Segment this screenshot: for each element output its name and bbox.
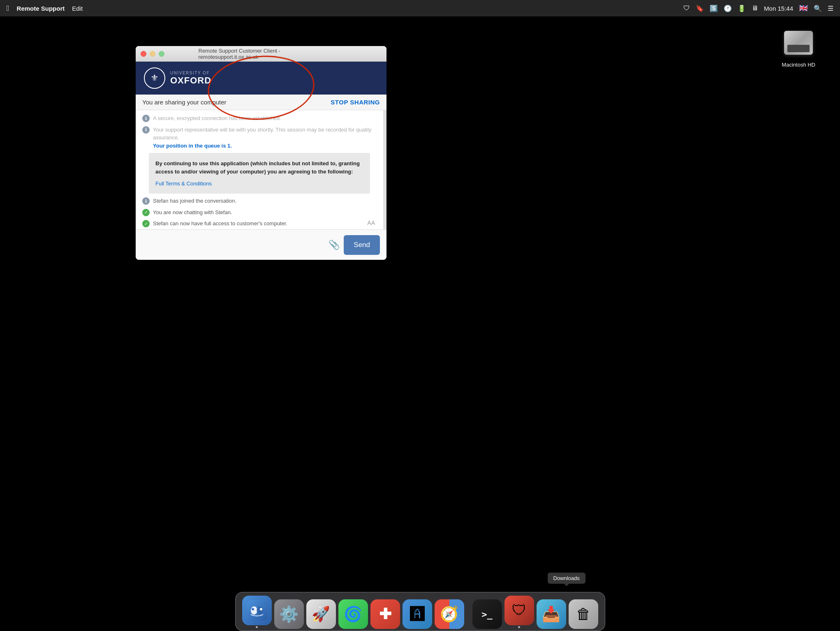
dock-item-system-prefs[interactable]: ⚙️ [274, 599, 304, 629]
five-icon: 5️⃣ [710, 5, 718, 12]
clock-icon: 🕐 [724, 5, 732, 12]
svg-point-2 [257, 606, 263, 615]
clock-display: Mon 15:44 [764, 5, 793, 12]
minimize-button[interactable] [150, 51, 155, 57]
university-of-label: UNIVERSITY OF [170, 71, 211, 75]
check-icon-1: ✓ [142, 209, 150, 216]
window-title: Remote Support Customer Client - remotes… [199, 48, 324, 60]
dock-item-trash[interactable]: 🗑 [569, 599, 598, 629]
terms-text: By continuing to use this application (w… [155, 159, 363, 176]
oxford-logo: ⚜ UNIVERSITY OF OXFORD [144, 67, 211, 89]
appstore-icon: 🅰 [403, 599, 432, 629]
message-text-2: Your support representative will be with… [153, 126, 377, 150]
message-text-5: Stefan can now have full access to custo… [153, 220, 377, 228]
dock-item-greensnap[interactable]: 🌀 [338, 599, 368, 629]
hd-drive-image [782, 26, 815, 59]
menubar-right: 🛡 🔖 5️⃣ 🕐 🔋 🖥 Mon 15:44 🇬🇧 🔍 ☰ [683, 4, 833, 13]
sharing-status-text: You are sharing your computer [142, 99, 227, 106]
font-size-label: AA [367, 220, 375, 226]
remote-desktop-dot [518, 626, 520, 628]
message-representative: ℹ Your support representative will be wi… [142, 126, 377, 150]
dock-item-safari[interactable]: 🧭 [435, 599, 464, 629]
message-text-1: A secure, encrypted connection has been … [153, 114, 377, 123]
downloads-folder-icon: 📥 [537, 599, 566, 629]
message-text-4: You are now chatting with Stefan. [153, 208, 377, 217]
font-size-control[interactable]: AA [367, 220, 375, 226]
shield-icon: 🛡 [683, 5, 690, 12]
dock-item-crossover[interactable]: ✚ [370, 599, 400, 629]
app-name[interactable]: Remote Support [17, 5, 65, 12]
traffic-lights [141, 51, 164, 57]
remote-support-window: Remote Support Customer Client - remotes… [136, 46, 386, 260]
info-icon-3: ℹ [142, 197, 150, 205]
launchpad-icon: 🚀 [306, 599, 336, 629]
message-chatting-stefan: ✓ You are now chatting with Stefan. [142, 208, 377, 217]
dock-item-remote-desktop[interactable]: 🛡 [504, 596, 534, 629]
system-prefs-icon: ⚙️ [274, 599, 304, 629]
hd-drive-visual [784, 31, 813, 55]
svg-point-3 [252, 608, 254, 610]
terms-box: By continuing to use this application (w… [149, 153, 370, 194]
info-icon-2: ℹ [142, 126, 150, 134]
sharing-bar: You are sharing your computer STOP SHARI… [136, 95, 386, 110]
edit-menu[interactable]: Edit [72, 5, 83, 12]
queue-position-text: Your position in the queue is 1. [153, 143, 232, 149]
dock-item-downloads[interactable]: 📥 [537, 599, 566, 629]
check-icon-2: ✓ [142, 220, 150, 227]
dock-item-terminal[interactable]: >_ [472, 599, 502, 629]
message-input[interactable] [142, 236, 324, 254]
monitor-icon: 🖥 [752, 5, 758, 12]
flag-icon: 🇬🇧 [799, 4, 808, 13]
safari-icon: 🧭 [435, 599, 464, 629]
search-icon[interactable]: 🔍 [814, 5, 822, 12]
window-titlebar: Remote Support Customer Client - remotes… [136, 46, 386, 62]
chat-area[interactable]: ℹ A secure, encrypted connection has bee… [136, 110, 386, 229]
menubar-left:  Remote Support Edit [7, 4, 83, 13]
hd-label: Macintosh HD [782, 62, 815, 68]
oxford-text-block: UNIVERSITY OF OXFORD [170, 71, 211, 86]
svg-point-4 [260, 608, 262, 610]
input-area: 📎 Send [136, 229, 386, 260]
fullscreen-button[interactable] [159, 51, 164, 57]
bookmark-icon: 🔖 [696, 5, 704, 12]
oxford-crest-icon: ⚜ [144, 67, 165, 89]
crossover-icon: ✚ [370, 599, 400, 629]
send-button[interactable]: Send [344, 235, 380, 255]
close-button[interactable] [141, 51, 146, 57]
trash-icon: 🗑 [569, 599, 598, 629]
macintosh-hd-icon[interactable]: Macintosh HD [782, 26, 815, 68]
dock-item-launchpad[interactable]: 🚀 [306, 599, 336, 629]
message-full-access: ✓ Stefan can now have full access to cus… [142, 220, 377, 228]
dock-item-appstore[interactable]: 🅰 [403, 599, 432, 629]
dock: ⚙️ 🚀 🌀 ✚ 🅰 [235, 592, 605, 631]
message-stefan-joined: ℹ Stefan has joined the conversation. [142, 197, 377, 205]
desktop: Macintosh HD Remote Support Customer Cli… [0, 16, 840, 578]
battery-icon: 🔋 [738, 5, 746, 12]
remote-desktop-icon: 🛡 [504, 596, 534, 625]
finder-dot [256, 626, 258, 628]
greensnap-icon: 🌀 [338, 599, 368, 629]
attach-button[interactable]: 📎 [329, 240, 340, 250]
message-secure-connection: ℹ A secure, encrypted connection has bee… [142, 114, 377, 123]
oxford-name-label: OXFORD [170, 75, 211, 86]
finder-icon [242, 596, 272, 625]
list-icon[interactable]: ☰ [828, 5, 833, 12]
stop-sharing-button[interactable]: STOP SHARING [331, 99, 380, 106]
terminal-icon: >_ [472, 599, 502, 629]
dock-item-finder[interactable] [242, 596, 272, 629]
message-text-3: Stefan has joined the conversation. [153, 197, 377, 205]
terms-link[interactable]: Full Terms & Conditions [155, 180, 212, 187]
oxford-header: ⚜ UNIVERSITY OF OXFORD [136, 62, 386, 95]
info-icon-1: ℹ [142, 115, 150, 122]
menubar:  Remote Support Edit 🛡 🔖 5️⃣ 🕐 🔋 🖥 Mon … [0, 0, 840, 16]
apple-menu[interactable]:  [7, 4, 9, 13]
dock-container: ⚙️ 🚀 🌀 ✚ 🅰 [0, 578, 840, 631]
svg-point-1 [251, 606, 257, 615]
